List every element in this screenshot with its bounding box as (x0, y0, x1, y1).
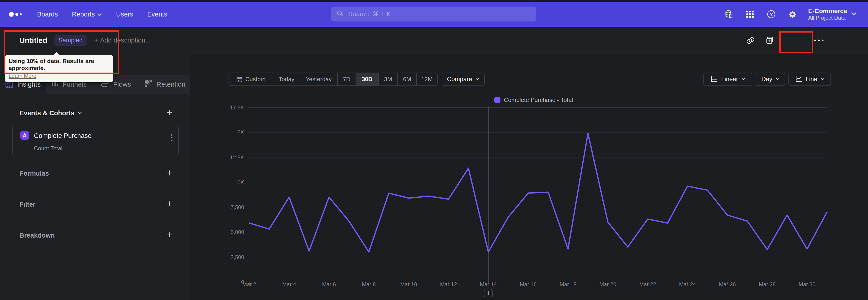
sampled-badge[interactable]: Sampled (55, 35, 87, 46)
svg-text:Mar 6: Mar 6 (322, 281, 336, 287)
report-header-bar: Untitled Sampled + Add description... (0, 27, 868, 54)
event-name[interactable]: Complete Purchase (34, 132, 92, 140)
add-filter-button[interactable]: + (164, 198, 175, 210)
svg-text:Mar 24: Mar 24 (679, 281, 696, 287)
body: InsightsFunnelsFlowsRetention Events & C… (0, 54, 868, 300)
top-nav-bar: BoardsReportsUsersEvents (0, 2, 868, 27)
chevron-down-icon (78, 112, 82, 115)
report-title[interactable]: Untitled (20, 36, 47, 45)
global-search[interactable] (331, 6, 536, 22)
help-icon[interactable]: ? (767, 9, 776, 19)
svg-text:Mar 26: Mar 26 (719, 281, 736, 287)
event-letter-badge: A (20, 131, 29, 140)
search-input[interactable] (348, 10, 529, 18)
org-name: E-Commerce (808, 7, 847, 15)
mixpanel-logo-icon[interactable] (9, 12, 22, 17)
section-row-filter: Filter+ (0, 200, 190, 209)
section-label: Filter (20, 200, 35, 209)
svg-text:?: ? (770, 11, 773, 17)
chart-panel: CustomTodayYesterday7D30D3M6M12M Compare… (190, 54, 868, 300)
add-description-button[interactable]: + Add description... (95, 37, 151, 44)
svg-text:10K: 10K (235, 179, 244, 185)
data-management-icon[interactable] (724, 9, 734, 19)
retention-icon (144, 79, 153, 90)
svg-text:Mar 16: Mar 16 (520, 281, 537, 287)
section-label: Formulas (20, 169, 49, 178)
apps-grid-icon[interactable] (745, 9, 755, 19)
svg-text:Mar 4: Mar 4 (282, 281, 296, 287)
add-event-button[interactable]: + (164, 107, 175, 118)
svg-text:Mar 22: Mar 22 (639, 281, 656, 287)
add-breakdown-button[interactable]: + (164, 229, 175, 241)
more-options-button[interactable] (813, 27, 825, 54)
svg-text:7,500: 7,500 (230, 204, 244, 210)
events-cohorts-header[interactable]: Events & Cohorts (20, 108, 82, 118)
svg-text:Mar 12: Mar 12 (440, 281, 457, 287)
event-kebab-menu[interactable] (171, 134, 173, 141)
nav-item-boards[interactable]: Boards (37, 11, 58, 18)
svg-text:Mar 20: Mar 20 (599, 281, 616, 287)
nav-item-users[interactable]: Users (116, 11, 133, 18)
svg-text:Mar 30: Mar 30 (799, 281, 815, 287)
project-switcher[interactable]: E-Commerce All Project Data (808, 7, 847, 21)
search-icon (336, 10, 344, 18)
svg-text:Mar 2: Mar 2 (242, 281, 256, 287)
mixpanel-insights-screen: BoardsReportsUsersEvents (0, 0, 868, 300)
tab-retention[interactable]: Retention (139, 74, 190, 94)
nav-left-group: BoardsReportsUsersEvents (9, 2, 167, 27)
annotation-marker-1[interactable]: 1 (484, 289, 493, 297)
settings-gear-icon[interactable] (788, 9, 797, 19)
query-builder-sidebar: InsightsFunnelsFlowsRetention Events & C… (0, 54, 190, 300)
section-row-breakdown: Breakdown+ (0, 230, 190, 240)
sampling-tooltip: Using 10% of data. Results are approxima… (5, 55, 113, 82)
nav-item-reports[interactable]: Reports (72, 11, 102, 18)
nav-right-group: ? E-Commerce All Project Data (712, 2, 857, 27)
copy-link-icon[interactable] (745, 27, 755, 54)
line-chart[interactable]: 02,5005,0007,50010K12.5K15K17.5KMar 2Mar… (190, 54, 868, 300)
svg-text:Mar 10: Mar 10 (400, 281, 417, 287)
svg-text:2,500: 2,500 (230, 254, 244, 260)
section-label: Breakdown (20, 230, 55, 240)
window-top-strip (0, 0, 868, 2)
svg-text:17.5K: 17.5K (230, 104, 244, 111)
section-row-formulas: Formulas+ (0, 169, 190, 178)
nav-items: BoardsReportsUsersEvents (37, 11, 167, 18)
chevron-down-icon (851, 12, 857, 17)
events-cohorts-row: Events & Cohorts + (0, 108, 190, 118)
svg-text:Mar 28: Mar 28 (759, 281, 776, 287)
add-to-board-icon[interactable] (765, 27, 775, 54)
svg-text:Mar 8: Mar 8 (362, 281, 376, 287)
event-metric[interactable]: Count Total (34, 145, 62, 152)
chevron-down-icon (97, 13, 102, 16)
nav-item-events[interactable]: Events (147, 11, 167, 18)
add-formulas-button[interactable]: + (164, 167, 175, 179)
tooltip-message: Using 10% of data. Results are approxima… (8, 58, 110, 72)
title-row: Untitled Sampled + Add description... (20, 27, 151, 54)
svg-text:Mar 14: Mar 14 (480, 281, 497, 287)
org-scope: All Project Data (808, 15, 847, 21)
learn-more-link[interactable]: Learn More (8, 73, 36, 79)
svg-text:5,000: 5,000 (230, 229, 244, 235)
event-card[interactable]: A Complete Purchase Count Total (12, 126, 179, 156)
svg-text:15K: 15K (235, 129, 244, 136)
svg-text:12.5K: 12.5K (230, 154, 244, 160)
svg-text:Mar 18: Mar 18 (560, 281, 577, 287)
